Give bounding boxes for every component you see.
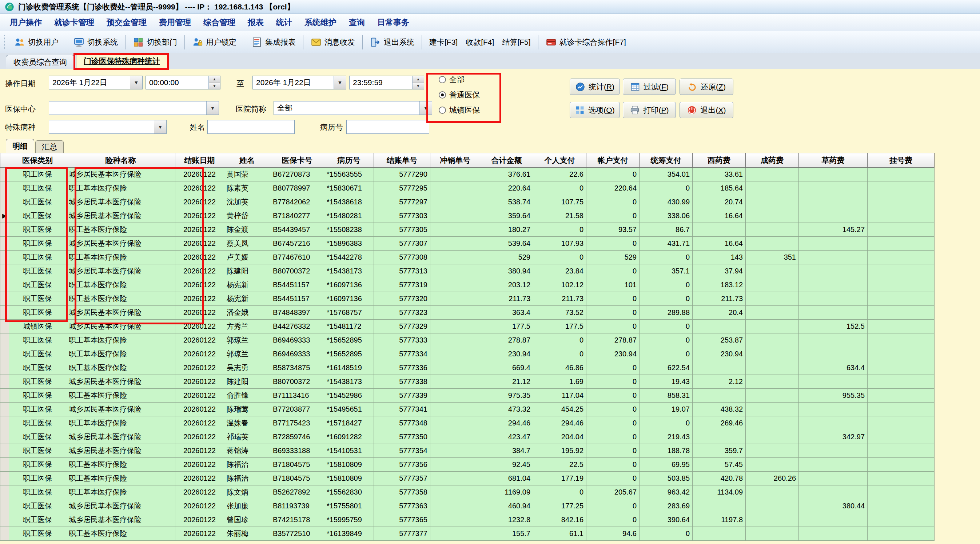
table-row[interactable]: 职工医保职工基本医疗保险20260122陈福治B71804575*1581080… bbox=[0, 458, 934, 472]
table-row[interactable]: 职工医保职工基本医疗保险20260122杨宪新B54451157*1609713… bbox=[0, 292, 934, 306]
cell-settle-date: 20260122 bbox=[175, 347, 224, 361]
statistics-button[interactable]: 统计(R) bbox=[570, 78, 620, 95]
column-header-total-amount[interactable]: 合计金额 bbox=[480, 153, 533, 168]
column-header-settle-date[interactable]: 结账日期 bbox=[175, 153, 224, 168]
table-row[interactable]: 职工医保职工基本医疗保险20260122郭琼兰B69469333*1565289… bbox=[0, 347, 934, 361]
print-button[interactable]: 打印(P) bbox=[623, 102, 676, 118]
date-to-combo[interactable]: 2026年 1月22日 ▼ bbox=[253, 76, 346, 89]
menu-item[interactable]: 统计 bbox=[270, 15, 298, 30]
tab-detail[interactable]: 明细 bbox=[6, 139, 34, 153]
time-to-spinner[interactable]: 23:59:59 ▲▼ bbox=[349, 76, 424, 89]
menu-item[interactable]: 费用管理 bbox=[153, 15, 197, 30]
cell-herbal-fee bbox=[799, 251, 868, 264]
dropdown-arrow-icon[interactable]: ▼ bbox=[419, 102, 432, 115]
table-row[interactable]: 职工医保职工基本医疗保险20260122杨宪新B54451157*1609713… bbox=[0, 278, 934, 292]
table-row[interactable]: 职工医保城乡居民基本医疗保险20260122蔡美凤B67457216*15896… bbox=[0, 237, 934, 251]
column-header-patient-name[interactable]: 姓名 bbox=[224, 153, 270, 168]
record-no-input[interactable] bbox=[346, 120, 429, 134]
dropdown-arrow-icon[interactable]: ▼ bbox=[154, 120, 166, 134]
toolbar-button[interactable]: 集成报表 bbox=[247, 35, 300, 50]
toolbar-button[interactable]: 退出系统 bbox=[366, 35, 418, 50]
column-header-insurance-name[interactable]: 险种名称 bbox=[66, 153, 175, 168]
table-row[interactable]: 职工医保职工基本医疗保险20260122郭琼兰B69469333*1565289… bbox=[0, 334, 934, 347]
dropdown-arrow-icon[interactable]: ▼ bbox=[130, 76, 142, 89]
radio-scope-urban-insurance[interactable]: 城镇医保 bbox=[439, 105, 480, 116]
table-row[interactable]: 职工医保职工基本医疗保险20260122朱丽梅B35772510*1613984… bbox=[0, 527, 934, 541]
toolbar-button[interactable]: 用户锁定 bbox=[188, 35, 240, 50]
table-row[interactable]: ▶职工医保城乡居民基本医疗保险20260122黄梓岱B71840277*1548… bbox=[0, 209, 934, 223]
table-row[interactable]: 职工医保城乡居民基本医疗保险20260122陈建阳B80700372*15438… bbox=[0, 375, 934, 389]
table-row[interactable]: 职工医保城乡居民基本医疗保险20260122陈建阳B80700372*15438… bbox=[0, 264, 934, 278]
table-row[interactable]: 职工医保职工基本医疗保险20260122俞胜锋B71113416*1545298… bbox=[0, 389, 934, 402]
table-row[interactable]: 职工医保城乡居民基本医疗保险20260122张加廉B81193739*15755… bbox=[0, 499, 934, 513]
hospital-combo[interactable]: 全部 ▼ bbox=[274, 101, 432, 115]
insurance-center-combo[interactable]: ▼ bbox=[49, 101, 219, 115]
toolbar-button[interactable]: 切换系统 bbox=[70, 35, 122, 50]
column-header-herbal-fee[interactable]: 草药费 bbox=[799, 153, 868, 168]
filter-button[interactable]: 过滤(F) bbox=[623, 78, 676, 95]
table-row[interactable]: 职工医保城乡居民基本医疗保险20260122黄国荣B67270873*15563… bbox=[0, 168, 934, 181]
dropdown-arrow-icon[interactable]: ▼ bbox=[334, 76, 346, 89]
toolbar-button[interactable]: 建卡[F3] bbox=[425, 35, 461, 49]
spin-down-icon[interactable]: ▼ bbox=[209, 83, 220, 89]
radio-scope-all[interactable]: 全部 bbox=[439, 74, 465, 85]
dropdown-arrow-icon[interactable]: ▼ bbox=[206, 102, 219, 115]
exit-button[interactable]: 退出(X) bbox=[679, 102, 733, 118]
spin-up-icon[interactable]: ▲ bbox=[412, 76, 424, 83]
tab-cashier-combined-query[interactable]: 收费员综合查询 bbox=[6, 55, 75, 69]
table-row[interactable]: 职工医保职工基本医疗保险20260122陈福治B71804575*1581080… bbox=[0, 472, 934, 485]
column-header-receipt-no[interactable]: 结账单号 bbox=[374, 153, 430, 168]
cell-patient-name: 黄梓岱 bbox=[224, 209, 270, 223]
column-header-pooling-pay[interactable]: 统筹支付 bbox=[640, 153, 693, 168]
cell-registration-fee bbox=[868, 347, 934, 361]
table-row[interactable]: 职工医保职工基本医疗保险20260122吴志勇B58734875*1614851… bbox=[0, 361, 934, 375]
time-from-spinner[interactable]: 00:00:00 ▲▼ bbox=[145, 76, 220, 89]
column-header-western-medicine-fee[interactable]: 西药费 bbox=[693, 153, 746, 168]
radio-scope-ordinary-insurance[interactable]: 普通医保 bbox=[439, 89, 480, 100]
menu-item[interactable]: 就诊卡管理 bbox=[48, 15, 100, 30]
menu-item[interactable]: 预交金管理 bbox=[100, 15, 153, 30]
cell-personal-pay: 107.75 bbox=[533, 195, 586, 209]
restore-button[interactable]: 还原(Z) bbox=[679, 78, 733, 95]
table-row[interactable]: 职工医保城乡居民基本医疗保险20260122潘金娥B74848397*15768… bbox=[0, 306, 934, 320]
menu-item[interactable]: 报表 bbox=[242, 15, 270, 30]
special-disease-combo[interactable]: ▼ bbox=[49, 120, 167, 134]
toolbar-button[interactable]: 切换用户 bbox=[10, 35, 62, 50]
table-row[interactable]: 职工医保职工基本医疗保险20260122卢美媛B77467610*1544227… bbox=[0, 251, 934, 264]
column-header-insurance-category[interactable]: 医保类别 bbox=[9, 153, 66, 168]
toolbar-button[interactable]: 就诊卡综合操作[F7] bbox=[542, 35, 630, 50]
column-header-reversal-no[interactable]: 冲销单号 bbox=[430, 153, 480, 168]
options-button[interactable]: 选项(O) bbox=[570, 102, 620, 118]
table-row[interactable]: 职工医保职工基本医疗保险20260122温姝春B77175423*1571842… bbox=[0, 416, 934, 430]
spin-down-icon[interactable]: ▼ bbox=[412, 83, 424, 89]
date-from-combo[interactable]: 2026年 1月22日 ▼ bbox=[49, 76, 143, 89]
menu-item[interactable]: 系统维护 bbox=[298, 15, 343, 30]
column-header-record-no[interactable]: 病历号 bbox=[324, 153, 374, 168]
table-row[interactable]: 职工医保职工基本医疗保险20260122陈文炳B52627892*1556283… bbox=[0, 485, 934, 499]
column-header-patent-medicine-fee[interactable]: 成药费 bbox=[746, 153, 799, 168]
table-row[interactable]: 职工医保城乡居民基本医疗保险20260122陈瑞莺B77203877*15495… bbox=[0, 402, 934, 416]
spin-up-icon[interactable]: ▲ bbox=[209, 76, 220, 83]
tab-summary[interactable]: 汇总 bbox=[35, 140, 64, 153]
column-header-personal-pay[interactable]: 个人支付 bbox=[533, 153, 586, 168]
table-row[interactable]: 职工医保城乡居民基本医疗保险20260122沈加英B77842062*15438… bbox=[0, 195, 934, 209]
column-header-card-no[interactable]: 医保卡号 bbox=[270, 153, 324, 168]
menu-item[interactable]: 综合管理 bbox=[197, 15, 242, 30]
toolbar-button[interactable]: 切换部门 bbox=[129, 35, 181, 50]
table-row[interactable]: 城镇医保城乡居民基本医疗保险20260122方秀兰B44276332*15481… bbox=[0, 320, 934, 334]
table-row[interactable]: 职工医保城乡居民基本医疗保险20260122祁瑞英B72859746*16091… bbox=[0, 430, 934, 444]
name-input[interactable] bbox=[207, 120, 295, 134]
table-row[interactable]: 职工医保职工基本医疗保险20260122陈金渡B54439457*1550823… bbox=[0, 223, 934, 237]
toolbar-button[interactable]: 收款[F4] bbox=[461, 35, 498, 49]
column-header-account-pay[interactable]: 帐户支付 bbox=[586, 153, 640, 168]
menu-item[interactable]: 日常事务 bbox=[371, 15, 415, 30]
table-row[interactable]: 职工医保城乡居民基本医疗保险20260122曾国珍B74215178*15995… bbox=[0, 513, 934, 527]
table-row[interactable]: 职工医保城乡居民基本医疗保险20260122蒋锦涛B69333188*15410… bbox=[0, 444, 934, 458]
toolbar-button[interactable]: 结算[F5] bbox=[498, 35, 535, 49]
tab-outpatient-special-disease-stats[interactable]: 门诊医保特殊病种统计 bbox=[76, 53, 168, 69]
table-row[interactable]: 职工医保职工基本医疗保险20260122陈素英B80778997*1583067… bbox=[0, 181, 934, 195]
menu-item[interactable]: 用户操作 bbox=[4, 15, 48, 30]
toolbar-button[interactable]: 消息收发 bbox=[307, 35, 359, 50]
column-header-registration-fee[interactable]: 挂号费 bbox=[868, 153, 934, 168]
menu-item[interactable]: 查询 bbox=[343, 15, 371, 30]
